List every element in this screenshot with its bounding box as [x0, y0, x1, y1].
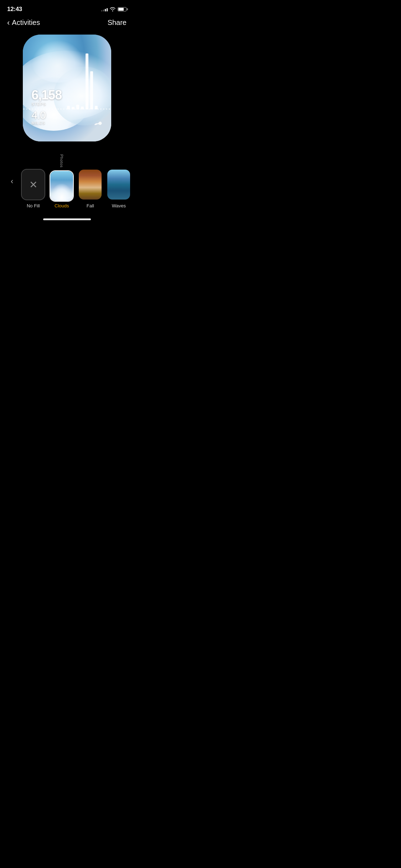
fall-thumb	[78, 169, 102, 200]
theme-selector: ‹ ✕ No Fill Photos Clouds Fall	[0, 149, 134, 216]
chart-bar	[95, 106, 98, 109]
selector-item-clouds[interactable]: Photos Clouds	[50, 154, 74, 208]
steps-label: STEPS	[31, 102, 62, 106]
waves-thumb-bg	[107, 170, 130, 200]
nav-bar: ‹ Activities Share	[0, 16, 134, 31]
miles-value: 4.0	[31, 110, 62, 120]
status-icons	[101, 7, 127, 11]
chart-bar	[72, 107, 74, 109]
home-bar	[43, 218, 91, 220]
selector-item-no-fill[interactable]: ✕ No Fill	[21, 169, 45, 208]
chart-bar	[90, 71, 93, 109]
photos-label: Photos	[60, 154, 64, 167]
chevron-left-icon: ‹	[7, 19, 10, 27]
selector-item-fall[interactable]: Fall	[78, 169, 102, 208]
fall-label: Fall	[87, 203, 94, 208]
miles-label: MILES	[31, 121, 62, 125]
waves-label: Waves	[112, 203, 126, 208]
watch-face[interactable]: 6AM 12PM 6PM 6,158 STEPS 4.0 MILES	[23, 35, 111, 141]
clouds-label: Clouds	[55, 203, 69, 208]
signal-bars-icon	[101, 7, 108, 11]
status-time: 12:43	[7, 6, 22, 13]
fall-thumb-bg	[79, 170, 102, 200]
no-fill-icon: ✕	[29, 179, 37, 191]
no-fill-thumb: ✕	[21, 169, 45, 200]
chart-bar	[76, 105, 79, 109]
shoe-icon	[94, 120, 102, 129]
no-fill-label: No Fill	[27, 203, 40, 208]
share-button[interactable]: Share	[108, 19, 127, 27]
wifi-icon	[110, 7, 115, 11]
back-button[interactable]: ‹ Activities	[7, 19, 40, 27]
clouds-thumb-bg	[50, 171, 73, 201]
battery-icon	[118, 7, 127, 11]
back-label: Activities	[12, 19, 40, 27]
home-indicator	[0, 216, 134, 222]
chart-bar	[81, 107, 84, 109]
watch-stats: 6,158 STEPS 4.0 MILES	[31, 89, 62, 129]
selector-scroll: ‹ ✕ No Fill Photos Clouds Fall	[0, 154, 134, 208]
waves-thumb	[107, 169, 131, 200]
chart-bar	[67, 106, 70, 109]
selector-back-arrow[interactable]: ‹	[7, 173, 17, 190]
steps-value: 6,158	[31, 89, 62, 102]
clouds-thumb	[50, 170, 74, 202]
watch-preview-container: 6AM 12PM 6PM 6,158 STEPS 4.0 MILES	[0, 31, 134, 149]
selector-item-waves[interactable]: Waves	[107, 169, 131, 208]
chart-bar	[86, 53, 88, 109]
status-bar: 12:43	[0, 0, 134, 16]
chart-bars	[67, 51, 98, 109]
